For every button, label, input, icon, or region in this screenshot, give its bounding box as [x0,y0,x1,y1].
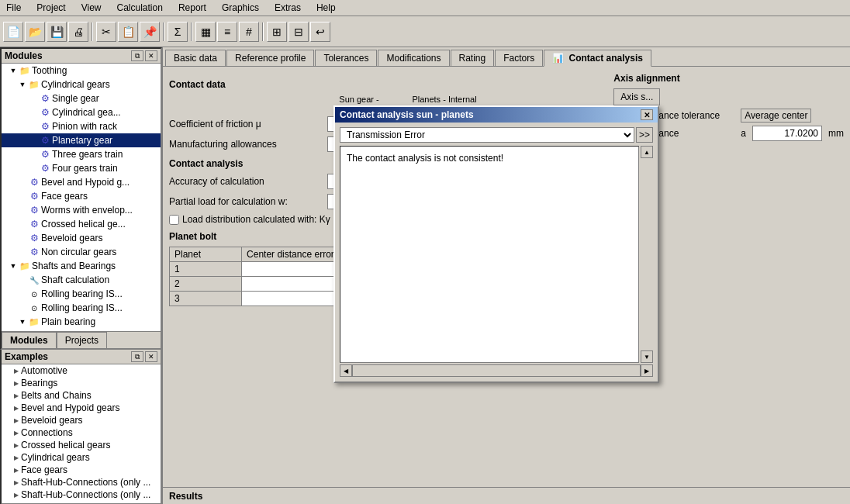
tree-rolling-bearing1[interactable]: ⊙ Rolling bearing IS... [2,287,161,301]
arrow-beveloid: ▶ [14,417,19,424]
close-examples-btn[interactable]: ✕ [145,351,157,362]
example-bevel-hypoid[interactable]: ▶ Bevel and Hypoid gears [2,402,161,414]
tree-pinion-rack[interactable]: ⚙ Pinion with rack [2,119,161,133]
tab-reference-profile[interactable]: Reference profile [226,50,314,66]
tree-rolling-bearing2[interactable]: ⊙ Rolling bearing IS... [2,301,161,315]
example-face[interactable]: ▶ Face gears [2,464,161,476]
menu-help[interactable]: Help [313,2,339,14]
restore-examples-btn[interactable]: ⧉ [131,351,143,362]
tb-btn3[interactable]: # [239,22,259,42]
center-dist-symbol: a [741,128,746,139]
tb-btn5[interactable]: ⊟ [289,22,309,42]
expand-toothing: ▼ [8,65,19,76]
modal-expand-btn[interactable]: >> [636,127,653,143]
copy-button[interactable]: 📋 [118,22,138,42]
rolling-bearing2-icon: ⊙ [28,302,40,314]
menu-graphics[interactable]: Graphics [219,2,262,14]
exp-face [17,191,28,202]
tab-tolerances[interactable]: Tolerances [315,50,377,66]
sum-button[interactable]: Σ [168,22,188,42]
tb-btn1[interactable]: ▦ [195,22,216,42]
center-dist-tol-val: Average center [741,109,811,123]
tree-cylindrical-gears[interactable]: ▼ 📁 Cylindrical gears [2,78,161,91]
modal-scroll-up[interactable]: ▲ [641,146,653,158]
tree-shafts-bearings[interactable]: ▼ 📁 Shafts and Bearings [2,259,161,273]
new-button[interactable]: 📄 [3,22,23,42]
modal-close-btn[interactable]: ✕ [641,109,653,120]
worms-icon: ⚙ [28,204,40,216]
menu-file[interactable]: File [3,2,24,14]
tree-toothing[interactable]: ▼ 📁 Toothing [2,64,161,78]
tree-planetary-gear[interactable]: ⚙ Planetary gear [2,133,161,147]
modal-scroll-down[interactable]: ▼ [641,350,653,363]
example-connections[interactable]: ▶ Connections [2,426,161,439]
menu-report[interactable]: Report [175,2,209,14]
example-automotive[interactable]: ▶ Automotive [2,364,161,377]
tree-plain-bearing[interactable]: ▼ 📁 Plain bearing [2,315,161,329]
example-belts[interactable]: ▶ Belts and Chains [2,389,161,402]
example-beveloid[interactable]: ▶ Beveloid gears [2,414,161,426]
tree-crossed-helical[interactable]: ⚙ Crossed helical ge... [2,217,161,231]
example-shaft-hub1[interactable]: ▶ Shaft-Hub-Connections (only ... [2,476,161,488]
restore-btn[interactable]: ⧉ [131,50,143,61]
modal-dropdown[interactable]: Transmission Error [340,127,634,143]
shaft-calc-icon: 🔧 [28,274,40,286]
menu-extras[interactable]: Extras [271,2,304,14]
save-button[interactable]: 💾 [47,22,67,42]
bevel-label: Bevel and Hypoid g... [41,177,130,188]
module-tab-row: Modules Projects [2,331,161,348]
left-panel: Modules ⧉ ✕ ▼ 📁 Toothing ▼ 📁 Cylindrical [0,47,163,504]
menu-view[interactable]: View [78,2,105,14]
shaft-calc-label: Shaft calculation [41,274,109,285]
shafts-label: Shafts and Bearings [32,261,116,271]
example-shaft-hub3[interactable]: ▶ Shaft-Hub-Connections [2,501,161,503]
tb-btn4[interactable]: ⊞ [267,22,287,42]
tree-non-circular[interactable]: ⚙ Non circular gears [2,245,161,259]
tab-rating[interactable]: Rating [451,50,495,66]
tree-worms[interactable]: ⚙ Worms with envelop... [2,203,161,217]
exp-sb: ▼ [8,261,19,271]
axis-btn[interactable]: Axis s... [613,88,660,105]
tree-beveloid[interactable]: ⚙ Beveloid gears [2,231,161,245]
example-bevel-hypoid-label: Bevel and Hypoid gears [21,402,119,413]
tab-modifications[interactable]: Modifications [378,50,449,66]
example-bearings-label: Bearings [21,378,57,388]
exp-nc [17,247,28,257]
tb-btn2[interactable]: ≡ [217,22,237,42]
tab-basic-data[interactable]: Basic data [165,50,226,66]
menu-calculation[interactable]: Calculation [114,2,166,14]
tree-cyl-gear[interactable]: ⚙ Cylindrical gea... [2,105,161,119]
example-shaft-hub2[interactable]: ▶ Shaft-Hub-Connections (only ... [2,488,161,501]
tree-three-gears[interactable]: ⚙ Three gears train [2,147,161,161]
tab-bar: Basic data Reference profile Tolerances … [163,47,850,67]
paste-button[interactable]: 📌 [140,22,160,42]
modal-scroll-right[interactable]: ▶ [641,364,653,377]
example-crossed-helical[interactable]: ▶ Crossed helical gears [2,439,161,451]
cut-button[interactable]: ✂ [96,22,116,42]
tree-bevel-hypoid[interactable]: ⚙ Bevel and Hypoid g... [2,175,161,189]
tree-shaft-calc[interactable]: 🔧 Shaft calculation [2,273,161,287]
load-dist-checkbox[interactable] [169,215,179,225]
modal-scroll-left[interactable]: ◀ [340,364,352,377]
cyl-gear-icon: ⚙ [39,106,51,119]
center-dist-input[interactable] [752,126,822,141]
arrow-face: ▶ [14,467,19,474]
projects-tab[interactable]: Projects [57,332,107,348]
modal-scroll-track-h [352,364,641,377]
tb-btn6[interactable]: ↩ [310,22,330,42]
open-button[interactable]: 📂 [25,22,45,42]
tree-face-gears[interactable]: ⚙ Face gears [2,189,161,203]
exp-tg [28,149,39,160]
example-cylindrical[interactable]: ▶ Cylindrical gears [2,451,161,464]
tab-factors[interactable]: Factors [495,50,543,66]
menu-project[interactable]: Project [33,2,68,14]
tab-contact-analysis[interactable]: 📊 Contact analysis [544,50,651,67]
print-button[interactable]: 🖨 [68,22,88,42]
modules-tab[interactable]: Modules [2,332,57,349]
example-beveloid-label: Beveloid gears [21,415,82,426]
exp-rb1 [17,288,28,299]
tree-single-gear[interactable]: ⚙ Single gear [2,91,161,105]
close-modules-btn[interactable]: ✕ [145,50,157,61]
tree-four-gears[interactable]: ⚙ Four gears train [2,161,161,175]
example-bearings[interactable]: ▶ Bearings [2,377,161,389]
